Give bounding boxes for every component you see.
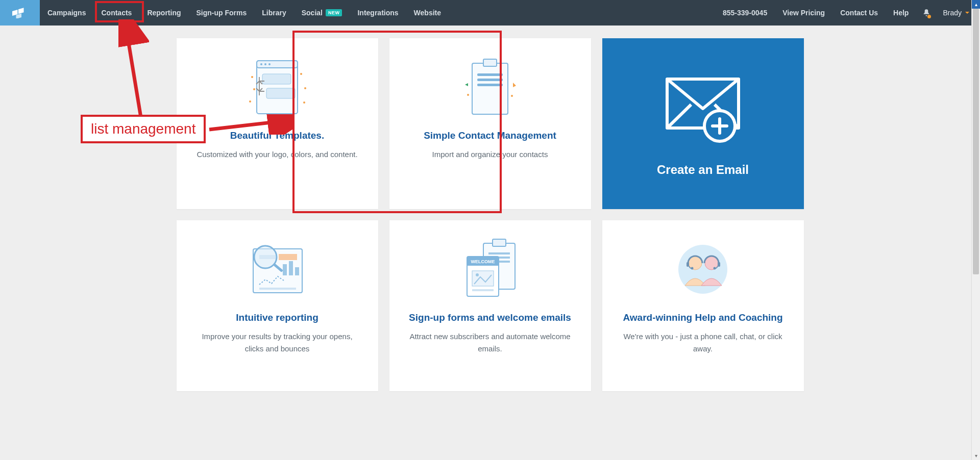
svg-rect-8 xyxy=(262,74,291,84)
card-title: Award-winning Help and Coaching xyxy=(623,312,782,323)
card-templates[interactable]: Beautiful Templates. Customized with you… xyxy=(177,38,378,209)
nav-label: Integrations xyxy=(357,9,398,17)
reporting-icon xyxy=(239,234,315,305)
card-desc: We're with you - just a phone call, chat… xyxy=(620,330,787,355)
nav-label: Contacts xyxy=(101,9,132,17)
clipboard-icon xyxy=(457,52,523,123)
nav-contact[interactable]: Contact Us xyxy=(832,0,886,25)
card-title: Simple Contact Management xyxy=(424,130,556,141)
nav-label: Reporting xyxy=(147,9,181,17)
nav-label: Sign-up Forms xyxy=(196,9,247,17)
svg-point-11 xyxy=(300,73,302,75)
card-desc: Import and organize your contacts xyxy=(432,148,548,161)
scroll-thumb[interactable] xyxy=(973,9,979,274)
nav-label: View Pricing xyxy=(782,9,825,17)
signup-forms-icon: WELCOME xyxy=(452,234,528,305)
user-menu[interactable]: Brady xyxy=(937,9,973,17)
nav-help[interactable]: Help xyxy=(886,0,916,25)
svg-line-52 xyxy=(126,24,141,117)
nav-label: Library xyxy=(262,9,286,17)
svg-rect-42 xyxy=(472,271,494,286)
svg-point-5 xyxy=(260,63,262,65)
nav-label: Website xyxy=(414,9,441,17)
nav-integrations[interactable]: Integrations xyxy=(350,0,406,25)
svg-point-10 xyxy=(251,76,253,78)
svg-text:WELCOME: WELCOME xyxy=(471,259,495,264)
svg-rect-17 xyxy=(483,59,497,66)
card-title: Sign-up forms and welcome emails xyxy=(409,312,571,323)
user-name: Brady xyxy=(943,9,962,17)
svg-point-6 xyxy=(264,63,266,65)
svg-point-45 xyxy=(678,245,727,294)
card-desc: Improve your results by tracking your op… xyxy=(194,330,361,355)
nav-pricing[interactable]: View Pricing xyxy=(775,0,832,25)
svg-point-15 xyxy=(304,87,306,89)
templates-icon xyxy=(244,52,310,123)
svg-rect-20 xyxy=(477,84,503,86)
card-signup-forms[interactable]: WELCOME Sign-up forms and welcome emails… xyxy=(389,220,591,391)
scroll-up-icon[interactable]: ▴ xyxy=(972,0,980,9)
svg-rect-50 xyxy=(718,262,720,267)
card-reporting[interactable]: Intuitive reporting Improve your results… xyxy=(177,220,378,391)
svg-point-32 xyxy=(254,246,277,268)
logo-icon xyxy=(12,7,28,18)
dashboard-grid: Beautiful Templates. Customized with you… xyxy=(176,25,804,412)
scroll-down-icon[interactable]: ▾ xyxy=(972,451,980,460)
support-icon xyxy=(670,234,736,305)
top-nav: Campaigns Contacts Reporting Sign-up For… xyxy=(0,0,980,25)
svg-point-43 xyxy=(476,273,479,276)
svg-point-22 xyxy=(511,95,513,97)
card-help-coaching[interactable]: Award-winning Help and Coaching We're wi… xyxy=(602,220,804,391)
nav-label: Contact Us xyxy=(840,9,878,17)
annotation-arrow-up xyxy=(118,19,149,121)
svg-rect-27 xyxy=(279,254,297,260)
nav-contacts[interactable]: Contacts xyxy=(93,0,139,25)
nav-label: 855-339-0045 xyxy=(723,9,767,17)
chevron-down-icon xyxy=(965,10,970,15)
svg-rect-4 xyxy=(257,61,298,68)
nav-label: Campaigns xyxy=(47,9,86,17)
nav-phone[interactable]: 855-339-0045 xyxy=(715,0,775,25)
svg-rect-47 xyxy=(687,262,689,267)
scrollbar[interactable]: ▴ ▾ xyxy=(971,0,980,460)
notifications-button[interactable] xyxy=(916,0,937,25)
card-desc: Customized with your logo, colors, and c… xyxy=(197,148,357,161)
notification-dot-icon xyxy=(927,15,931,18)
svg-point-12 xyxy=(249,100,251,103)
card-desc: Attract new subscribers and automate wel… xyxy=(407,330,574,355)
svg-rect-44 xyxy=(472,289,494,291)
nav-campaigns[interactable]: Campaigns xyxy=(40,0,93,25)
svg-rect-30 xyxy=(295,267,299,275)
create-email-icon xyxy=(659,69,746,145)
svg-rect-18 xyxy=(477,73,503,76)
card-title: Beautiful Templates. xyxy=(230,130,324,141)
scroll-track[interactable] xyxy=(972,9,980,451)
svg-rect-16 xyxy=(472,63,508,114)
nav-left: Campaigns Contacts Reporting Sign-up For… xyxy=(40,0,449,25)
nav-signup-forms[interactable]: Sign-up Forms xyxy=(188,0,254,25)
new-badge: NEW xyxy=(326,9,342,16)
nav-label: Social xyxy=(302,9,323,17)
logo[interactable] xyxy=(0,0,40,25)
card-create-email[interactable]: Create an Email xyxy=(602,38,804,209)
card-title: Intuitive reporting xyxy=(236,312,318,323)
svg-rect-29 xyxy=(289,261,293,275)
svg-point-14 xyxy=(253,88,255,90)
nav-social[interactable]: Social NEW xyxy=(294,0,350,25)
svg-rect-28 xyxy=(283,264,287,275)
svg-point-13 xyxy=(303,101,305,104)
svg-rect-19 xyxy=(477,79,503,81)
nav-website[interactable]: Website xyxy=(406,0,449,25)
card-title: Create an Email xyxy=(657,163,749,177)
svg-rect-9 xyxy=(266,88,295,98)
svg-rect-36 xyxy=(488,252,510,254)
nav-right: 855-339-0045 View Pricing Contact Us Hel… xyxy=(715,0,980,25)
svg-rect-31 xyxy=(259,288,296,290)
nav-library[interactable]: Library xyxy=(254,0,293,25)
svg-point-7 xyxy=(268,63,271,65)
svg-rect-35 xyxy=(493,239,506,246)
svg-rect-3 xyxy=(257,61,298,114)
card-contact-management[interactable]: Simple Contact Management Import and org… xyxy=(389,38,591,209)
nav-reporting[interactable]: Reporting xyxy=(139,0,188,25)
nav-label: Help xyxy=(893,9,909,17)
